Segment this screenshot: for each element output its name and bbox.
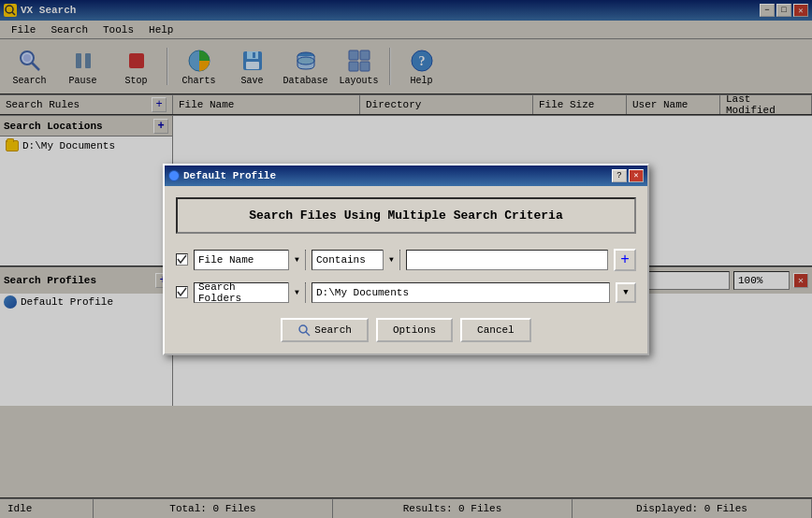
folder-path-input[interactable] [312, 282, 610, 303]
search-folders-checkbox[interactable] [176, 286, 188, 298]
cancel-button[interactable]: Cancel [460, 318, 531, 342]
search-folders-arrow[interactable]: ▼ [288, 282, 305, 303]
search-button-label: Search [314, 324, 352, 336]
search-button[interactable]: Search [281, 318, 369, 342]
options-button[interactable]: Options [376, 318, 453, 342]
modal-header-text: Search Files Using Multiple Search Crite… [249, 209, 562, 223]
cancel-button-label: Cancel [477, 324, 515, 336]
add-criteria-button[interactable]: + [614, 249, 636, 271]
options-button-label: Options [393, 324, 436, 336]
svg-point-25 [299, 325, 307, 333]
contains-value: Contains [312, 254, 383, 266]
default-profile-modal: Default Profile ? ✕ Search Files Using M… [163, 164, 649, 355]
modal-title-controls: ? ✕ [612, 169, 644, 182]
search-folders-label: Search Folders [195, 281, 288, 304]
search-folders-dropdown[interactable]: Search Folders ▼ [194, 282, 306, 303]
modal-title-icon [168, 170, 180, 181]
field-name-value: File Name [195, 254, 288, 266]
contains-dropdown[interactable]: Contains ▼ [312, 250, 400, 270]
modal-overlay: Default Profile ? ✕ Search Files Using M… [0, 0, 812, 518]
svg-line-26 [306, 332, 310, 336]
modal-title-bar: Default Profile ? ✕ [165, 165, 647, 186]
contains-arrow[interactable]: ▼ [383, 250, 399, 270]
field-name-arrow[interactable]: ▼ [288, 250, 305, 270]
filename-checkbox[interactable] [176, 253, 188, 266]
modal-help-button[interactable]: ? [612, 169, 627, 182]
browse-folder-button[interactable]: ▼ [616, 282, 636, 303]
field-name-dropdown[interactable]: File Name ▼ [194, 250, 306, 270]
search-button-icon [297, 324, 311, 337]
modal-folder-row: Search Folders ▼ ▼ [176, 282, 636, 303]
modal-action-buttons: Search Options Cancel [176, 318, 636, 342]
filename-checkbox-area [176, 253, 188, 266]
modal-close-button[interactable]: ✕ [629, 169, 644, 182]
modal-body: Search Files Using Multiple Search Crite… [165, 186, 647, 353]
modal-title-text: Default Profile [183, 170, 276, 181]
modal-title-left: Default Profile [168, 170, 276, 181]
modal-filename-row: File Name ▼ Contains ▼ + [176, 249, 636, 271]
modal-header-box: Search Files Using Multiple Search Crite… [176, 197, 636, 234]
filename-value-input[interactable] [406, 250, 608, 270]
